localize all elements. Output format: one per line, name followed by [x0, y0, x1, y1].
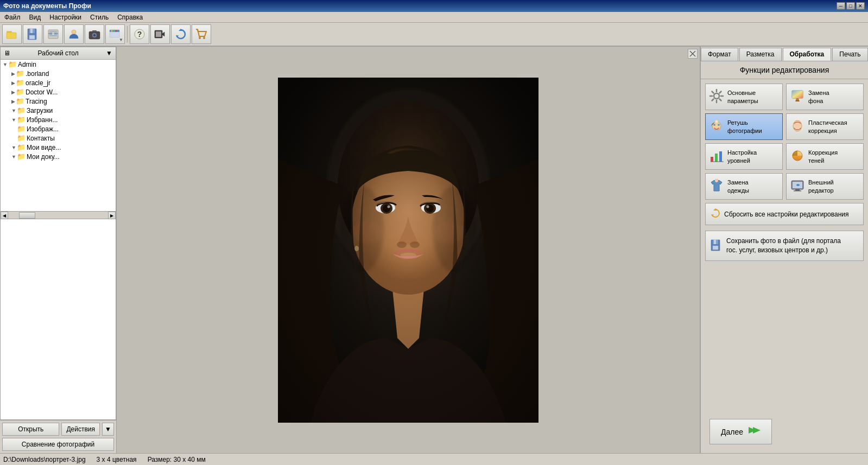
menu-settings[interactable]: Настройки [47, 13, 84, 21]
levels-button[interactable]: Настройка уровней [705, 143, 783, 170]
retouch-button[interactable]: Ретушь фотографии [705, 113, 783, 140]
tree-item-oracle[interactable]: ▶ 📁 oracle_jr [1, 78, 116, 87]
menu-help[interactable]: Справка [115, 13, 145, 21]
svg-point-53 [714, 93, 719, 99]
tree-item-borland[interactable]: ▶ 📁 .borland [1, 69, 116, 78]
tab-print[interactable]: Печать [832, 48, 867, 61]
svg-point-28 [199, 37, 201, 39]
toolbar-open-btn[interactable] [2, 24, 22, 44]
folder-selector[interactable]: 🖥 Рабочий стол ▼ [0, 47, 116, 60]
tree-item-downloads[interactable]: ▼ 📁 Загрузки [1, 106, 116, 115]
dimensions-label: Размер: 30 x 40 мм [148, 456, 206, 463]
toolbar-separator-1 [127, 26, 128, 42]
scroll-right-btn[interactable]: ▶ [108, 212, 116, 219]
main-photo [278, 78, 538, 423]
folder-icon-myvideos: 📁 [17, 143, 26, 151]
tree-item-images[interactable]: 📁 Изображ... [1, 124, 116, 133]
svg-point-29 [203, 37, 205, 39]
ext-editor-label: Внешний редактор [808, 179, 834, 194]
toolbar-refresh-btn[interactable] [171, 24, 191, 44]
clothes-button[interactable]: Замена одежды [705, 173, 783, 200]
folder-icon-contacts: 📁 [17, 134, 26, 142]
panel-title: Функции редактирования [701, 61, 868, 79]
toolbar-cart-btn[interactable] [192, 24, 211, 44]
scroll-left-btn[interactable]: ◀ [1, 212, 8, 219]
toolbar-video-btn[interactable] [150, 24, 170, 44]
tree-item-admin[interactable]: ▼ 📁 Admin [1, 60, 116, 69]
folder-dropdown-arrow[interactable]: ▼ [106, 49, 112, 57]
window-controls: ─ □ ✕ [837, 2, 865, 10]
folder-icon-small: 🖥 [4, 49, 10, 57]
svg-point-58 [713, 124, 715, 126]
bg-replace-button[interactable]: Замена фона [786, 84, 864, 110]
center-image-area [117, 47, 700, 453]
toolbar-help-btn[interactable]: ? [130, 24, 149, 44]
svg-rect-63 [711, 157, 713, 162]
toolbar-browse-btn[interactable]: ▼ [105, 24, 125, 44]
svg-rect-10 [48, 33, 58, 34]
menu-view[interactable]: Вид [27, 13, 43, 21]
save-portal-label: Сохранить фото в файл (для портала гос. … [726, 237, 841, 255]
tree-item-tracing[interactable]: ▶ 📁 Tracing [1, 97, 116, 106]
open-button[interactable]: Открыть [2, 423, 59, 436]
plastic-label: Пластическая коррекция [808, 119, 847, 135]
svg-rect-1 [7, 33, 16, 39]
folder-icon-downloads: 📁 [17, 106, 26, 114]
basic-settings-button[interactable]: Основные параметры [705, 84, 783, 110]
image-preview-panel [0, 219, 116, 420]
next-button[interactable]: Далее [709, 419, 772, 444]
toolbar-camera-btn[interactable] [85, 24, 104, 44]
tab-processing[interactable]: Обработка [783, 48, 832, 61]
actions-dropdown-button[interactable]: ▼ [102, 423, 114, 436]
tree-item-label-oracle: oracle_jr [26, 79, 50, 87]
toolbar-scan-btn[interactable] [43, 24, 63, 44]
svg-point-61 [715, 120, 718, 122]
photo-size-label: 3 x 4 цветная [97, 456, 137, 463]
actions-button[interactable]: Действия [61, 423, 100, 436]
tab-layout[interactable]: Разметка [739, 48, 782, 61]
svg-rect-0 [7, 31, 12, 33]
close-window-button[interactable]: ✕ [856, 2, 865, 10]
shadow-correction-button[interactable]: Коррекция теней [786, 143, 864, 170]
svg-point-20 [116, 30, 117, 32]
external-editor-button[interactable]: Внешний редактор [786, 173, 864, 200]
main-container: 🖥 Рабочий стол ▼ ▼ 📁 Admin ▶ 📁 .borland … [0, 47, 868, 453]
monitor-icon [790, 178, 805, 195]
menu-style[interactable]: Стиль [88, 13, 111, 21]
edit-buttons-row-3: Настройка уровней Коррекция теней [705, 143, 864, 170]
menu-file[interactable]: Файл [2, 13, 23, 21]
save-portal-button[interactable]: Сохранить фото в файл (для портала гос. … [705, 231, 864, 261]
image-close-button[interactable] [688, 49, 698, 59]
maximize-button[interactable]: □ [846, 2, 855, 10]
next-button-container: Далее [701, 412, 868, 453]
minimize-button[interactable]: ─ [837, 2, 845, 10]
tree-item-contacts[interactable]: 📁 Контакты [1, 133, 116, 143]
reset-all-button[interactable]: Сбросить все настройки редактирования [705, 203, 864, 225]
tab-format[interactable]: Формат [701, 48, 738, 61]
retouch-label: Ретушь фотографии [727, 119, 762, 135]
folder-icon-mydocs: 📁 [17, 152, 26, 161]
svg-rect-55 [792, 91, 803, 98]
file-path: D:\Downloads\портрет-3.jpg [3, 456, 86, 463]
plastic-correction-button[interactable]: Пластическая коррекция [786, 113, 864, 140]
next-label: Далее [721, 428, 743, 436]
paint-icon [790, 88, 805, 105]
tree-item-favorites[interactable]: ▼ 📁 Избранн... [1, 115, 116, 124]
tree-item-myvideos[interactable]: ▼ 📁 Мои виде... [1, 143, 116, 152]
tree-item-label-favorites: Избранн... [27, 116, 58, 124]
toolbar-person-btn[interactable] [64, 24, 84, 44]
tree-item-doctor[interactable]: ▶ 📁 Doctor W... [1, 87, 116, 97]
svg-rect-78 [713, 246, 718, 250]
toolbar-save-btn[interactable] [23, 24, 42, 44]
svg-rect-5 [30, 29, 33, 33]
scroll-thumb[interactable] [19, 212, 35, 219]
reset-label: Сбросить все настройки редактирования [724, 211, 849, 218]
file-tree[interactable]: ▼ 📁 Admin ▶ 📁 .borland ▶ 📁 oracle_jr ▶ 📁… [0, 60, 116, 212]
compare-photos-button[interactable]: Сравнение фотографий [2, 438, 114, 451]
app-title: Фото на документы Профи [3, 2, 91, 10]
tree-hscrollbar[interactable]: ◀ ▶ [0, 212, 116, 219]
shadows-icon [790, 148, 805, 165]
tree-item-mydocs[interactable]: ▼ 📁 Мои доку... [1, 152, 116, 161]
retouch-icon [709, 118, 724, 135]
svg-marker-24 [162, 32, 164, 36]
